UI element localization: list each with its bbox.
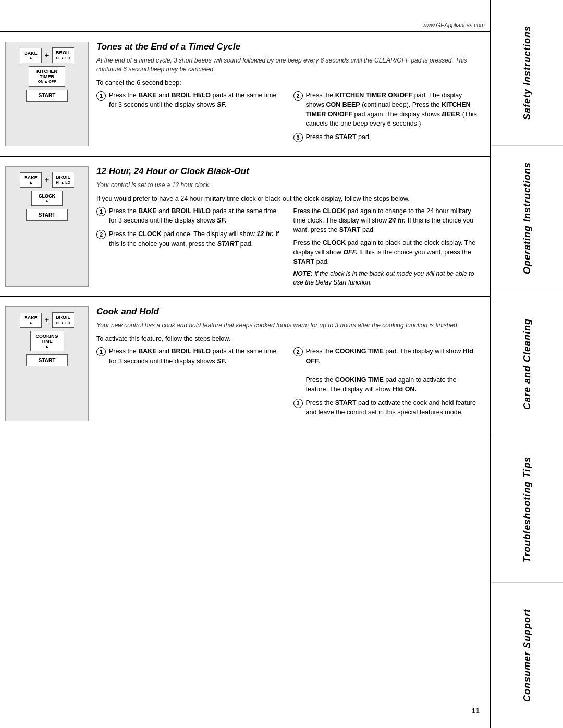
sidebar-care: Care and Cleaning bbox=[491, 291, 563, 437]
clock-title: 12 Hour, 24 Hour or Clock Black-Out bbox=[96, 166, 480, 177]
bake-btn: BAKE▲ bbox=[20, 48, 42, 63]
sidebar-care-label: Care and Cleaning bbox=[522, 318, 533, 410]
cook-hold-step-2: 2 Press the COOKING TIME pad. The displa… bbox=[293, 347, 480, 394]
clock-step-num-1: 1 bbox=[96, 207, 106, 216]
clock-step-num-2: 2 bbox=[96, 230, 106, 239]
sidebar-safety-label: Safety Instructions bbox=[522, 26, 533, 120]
tones-step-1-text: Press the BAKE and BROIL HI/LO pads at t… bbox=[109, 91, 283, 109]
clock-right-text-2: Press the CLOCK pad again to black-out t… bbox=[293, 238, 480, 266]
sidebar-consumer-label: Consumer Support bbox=[522, 609, 533, 702]
tones-step-1: 1 Press the BAKE and BROIL HI/LO pads at… bbox=[96, 91, 283, 109]
bake-btn-3: BAKE▲ bbox=[20, 313, 42, 328]
cook-hold-step-1-text: Press the BAKE and BROIL HI/LO pads at t… bbox=[109, 347, 283, 365]
cooking-time-btn: COOKINGTIME▲ bbox=[30, 331, 64, 351]
clock-step-1: 1 Press the BAKE and BROIL HI/LO pads at… bbox=[96, 206, 283, 225]
tones-cancel-label: To cancel the 6 second beep: bbox=[96, 78, 480, 88]
tones-step-2-text: Press the KITCHEN TIMER ON/OFF pad. The … bbox=[306, 91, 480, 129]
tones-text: Tones at the End of a Timed Cycle At the… bbox=[96, 42, 480, 146]
cook-hold-step-num-1: 1 bbox=[96, 347, 106, 356]
cook-hold-right-col: 2 Press the COOKING TIME pad. The displa… bbox=[293, 347, 480, 421]
sidebar-safety: Safety Instructions bbox=[491, 0, 563, 146]
start-btn-2: START bbox=[26, 209, 68, 221]
step-num-1: 1 bbox=[96, 91, 106, 101]
cook-hold-step-3: 3 Press the START pad to activate the co… bbox=[293, 398, 480, 417]
cook-hold-step-1: 1 Press the BAKE and BROIL HI/LO pads at… bbox=[96, 347, 283, 365]
plus-2: + bbox=[45, 176, 49, 184]
page-number: 11 bbox=[471, 707, 480, 715]
tones-right-col: 2 Press the KITCHEN TIMER ON/OFF pad. Th… bbox=[293, 91, 480, 147]
main-content: BAKE▲ + BROILHI ▲ LO KITCHENTIMERON ▲ OF… bbox=[0, 32, 490, 728]
right-sidebar: Safety Instructions Operating Instructio… bbox=[490, 0, 563, 728]
kitchen-timer-btn: KITCHENTIMERON ▲ OFF bbox=[29, 66, 65, 87]
clock-diagram: BAKE▲ + BROILHI ▲ LO CLOCK▲ START bbox=[5, 166, 89, 287]
clock-step-1-text: Press the BAKE and BROIL HI/LO pads at t… bbox=[109, 206, 283, 225]
cook-hold-intro: Your new control has a cook and hold fea… bbox=[96, 321, 480, 330]
cook-hold-body1: To activate this feature, follow the ste… bbox=[96, 334, 480, 343]
plus-1: + bbox=[45, 51, 49, 59]
sidebar-troubleshooting-label: Troubleshooting Tips bbox=[522, 456, 533, 562]
tones-steps: 1 Press the BAKE and BROIL HI/LO pads at… bbox=[96, 91, 480, 147]
tones-diagram: BAKE▲ + BROILHI ▲ LO KITCHENTIMERON ▲ OF… bbox=[5, 42, 89, 146]
website-url: www.GEAppliances.com bbox=[422, 22, 485, 28]
tones-step-3-text: Press the START pad. bbox=[306, 132, 371, 142]
tones-step-2: 2 Press the KITCHEN TIMER ON/OFF pad. Th… bbox=[293, 91, 480, 129]
step-num-2: 2 bbox=[293, 91, 303, 101]
cook-hold-section: BAKE▲ + BROILHI ▲ LO COOKINGTIME▲ START … bbox=[0, 297, 490, 430]
sidebar-troubleshooting: Troubleshooting Tips bbox=[491, 437, 563, 583]
step-num-3: 3 bbox=[293, 133, 303, 142]
sidebar-operating: Operating Instructions bbox=[491, 146, 563, 292]
clock-btn: CLOCK▲ bbox=[31, 191, 63, 206]
broil-btn-2: BROILHI ▲ LO bbox=[52, 172, 74, 188]
tones-step-3: 3 Press the START pad. bbox=[293, 132, 480, 142]
clock-step-2: 2 Press the CLOCK pad once. The display … bbox=[96, 229, 283, 248]
sidebar-consumer: Consumer Support bbox=[491, 583, 563, 728]
start-btn-3: START bbox=[26, 354, 68, 366]
clock-body1: If you would prefer to have a 24 hour mi… bbox=[96, 194, 480, 203]
clock-step-2-text: Press the CLOCK pad once. The display wi… bbox=[109, 229, 283, 248]
tones-title: Tones at the End of a Timed Cycle bbox=[96, 42, 480, 52]
plus-3: + bbox=[45, 316, 49, 324]
cook-hold-title: Cook and Hold bbox=[96, 306, 480, 317]
clock-right-text-1: Press the CLOCK pad again to change to t… bbox=[293, 206, 480, 235]
clock-right-col: Press the CLOCK pad again to change to t… bbox=[293, 206, 480, 287]
cook-hold-diagram: BAKE▲ + BROILHI ▲ LO COOKINGTIME▲ START bbox=[5, 306, 89, 421]
cook-hold-step-num-3: 3 bbox=[293, 399, 303, 408]
clock-note: NOTE: If the clock is in the black-out m… bbox=[293, 269, 480, 287]
sidebar-operating-label: Operating Instructions bbox=[522, 162, 533, 274]
cook-hold-steps: 1 Press the BAKE and BROIL HI/LO pads at… bbox=[96, 347, 480, 421]
cook-hold-step-3-text: Press the START pad to activate the cook… bbox=[306, 398, 480, 417]
cook-hold-step-2-text: Press the COOKING TIME pad. The display … bbox=[306, 347, 480, 394]
clock-left-col: 1 Press the BAKE and BROIL HI/LO pads at… bbox=[96, 206, 283, 287]
clock-intro: Your control is set to use a 12 hour clo… bbox=[96, 181, 480, 190]
clock-steps: 1 Press the BAKE and BROIL HI/LO pads at… bbox=[96, 206, 480, 287]
bake-btn-2: BAKE▲ bbox=[20, 172, 42, 188]
tones-intro: At the end of a timed cycle, 3 short bee… bbox=[96, 56, 480, 74]
clock-section: BAKE▲ + BROILHI ▲ LO CLOCK▲ START 12 Hou… bbox=[0, 157, 490, 296]
broil-btn: BROILHI ▲ LO bbox=[52, 47, 74, 63]
cook-hold-step-num-2: 2 bbox=[293, 347, 303, 356]
start-btn-1: START bbox=[26, 90, 68, 102]
cook-hold-text: Cook and Hold Your new control has a coo… bbox=[96, 306, 480, 421]
tones-section: BAKE▲ + BROILHI ▲ LO KITCHENTIMERON ▲ OF… bbox=[0, 32, 490, 156]
clock-text: 12 Hour, 24 Hour or Clock Black-Out Your… bbox=[96, 166, 480, 287]
tones-left-col: 1 Press the BAKE and BROIL HI/LO pads at… bbox=[96, 91, 283, 147]
broil-btn-3: BROILHI ▲ LO bbox=[52, 312, 74, 328]
cook-hold-left-col: 1 Press the BAKE and BROIL HI/LO pads at… bbox=[96, 347, 283, 421]
